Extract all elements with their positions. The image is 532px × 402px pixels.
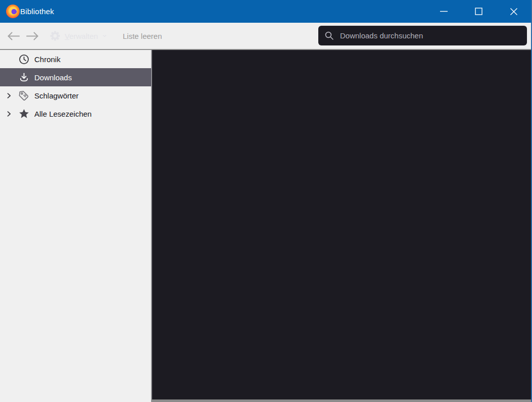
minimize-icon: [440, 7, 448, 16]
window-title: Bibliothek: [20, 0, 54, 23]
sidebar-item-schlagwoerter[interactable]: Schlagwörter: [0, 86, 151, 105]
firefox-logo-icon: [6, 5, 20, 18]
maximize-button[interactable]: [461, 0, 496, 23]
window-controls: [426, 0, 531, 23]
minimize-button[interactable]: [426, 0, 461, 23]
clock-icon: [17, 54, 30, 65]
search-icon: [324, 31, 334, 40]
sidebar-item-label: Schlagwörter: [34, 91, 79, 100]
back-icon: [7, 31, 20, 41]
downloads-list[interactable]: [152, 50, 531, 399]
content-bottom-border: [152, 399, 531, 402]
forward-button[interactable]: [23, 23, 41, 49]
sidebar-item-alle-lesezeichen[interactable]: Alle Lesezeichen: [0, 105, 151, 123]
chevron-right-icon[interactable]: [0, 92, 17, 99]
sidebar-item-label: Chronik: [34, 55, 61, 64]
sidebar-item-label: Downloads: [34, 73, 72, 82]
close-icon: [510, 8, 518, 16]
back-button[interactable]: [4, 23, 22, 49]
sidebar-item-downloads[interactable]: Downloads: [0, 68, 151, 86]
search-input[interactable]: [339, 31, 521, 40]
sidebar-item-label: Alle Lesezeichen: [34, 110, 91, 118]
maximize-icon: [475, 8, 482, 15]
chevron-right-icon[interactable]: [0, 110, 17, 118]
library-toolbar: Verwalten Liste leeren: [0, 23, 532, 49]
gear-icon: [50, 30, 61, 41]
clear-list-button[interactable]: Liste leeren: [123, 23, 162, 49]
chevron-down-icon: [102, 34, 107, 38]
organize-label: Verwalten: [65, 32, 98, 40]
download-icon: [17, 72, 30, 83]
tag-icon: [17, 89, 30, 102]
library-sidebar: Chronik Downloads: [0, 50, 151, 402]
library-window: Bibliothek: [0, 0, 532, 402]
organize-button[interactable]: Verwalten: [50, 23, 107, 49]
sidebar-item-chronik[interactable]: Chronik: [0, 50, 151, 68]
clear-list-label: Liste leeren: [123, 32, 162, 40]
star-icon: [17, 108, 30, 120]
close-button[interactable]: [496, 0, 531, 23]
search-box: [318, 26, 527, 45]
forward-icon: [26, 31, 39, 41]
titlebar: Bibliothek: [0, 0, 532, 23]
